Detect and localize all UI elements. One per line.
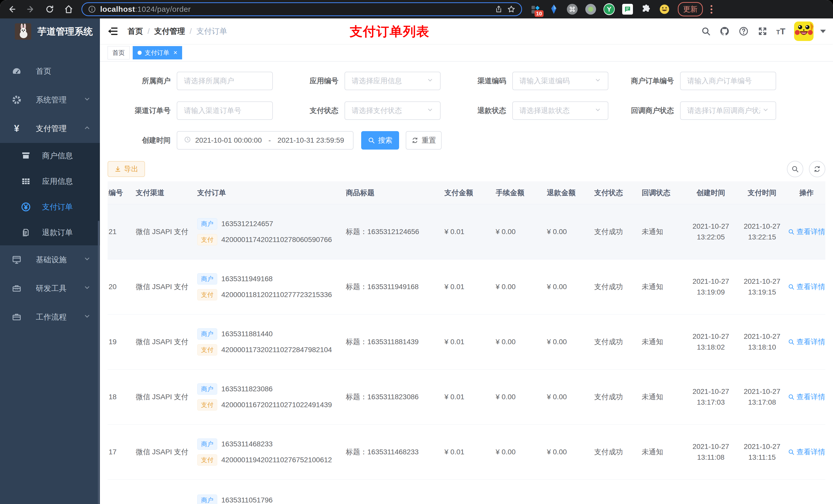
sidebar-item-dev-tools[interactable]: 研发工具 (0, 274, 100, 303)
command-extension-icon[interactable] (567, 4, 578, 15)
browser-menu-icon[interactable] (711, 5, 712, 14)
refresh-table-icon[interactable] (809, 161, 825, 177)
pay-amount: ¥ 0.01 (439, 283, 491, 291)
sidebar-item-home[interactable]: 首页 (0, 57, 100, 86)
filter-label: 商户订单编号 (609, 76, 680, 86)
emoji-profile-icon[interactable] (659, 4, 670, 15)
view-detail-link[interactable]: 查看详情 (788, 392, 825, 402)
tag-home[interactable]: 首页 (108, 46, 129, 59)
notify-status-select[interactable]: 请选择订单回调商户状态 (680, 101, 776, 120)
view-detail-link[interactable]: 查看详情 (788, 282, 825, 292)
filter-label: 支付状态 (273, 106, 344, 116)
channel-order-no-input[interactable]: 请输入渠道订单号 (177, 101, 273, 120)
table-row[interactable]: 19 微信 JSAPI 支付 商户1635311881440 支付4200001… (108, 314, 825, 369)
github-icon[interactable] (719, 26, 730, 37)
sidebar-item-pay-order[interactable]: 支付订单 (0, 194, 100, 220)
pay-status-select[interactable]: 请选择支付状态 (344, 101, 441, 120)
view-detail-link[interactable]: 查看详情 (788, 337, 825, 347)
chrome-update-button[interactable]: 更新 (678, 2, 703, 16)
merchant-input[interactable]: 请选择所属商户 (177, 72, 273, 90)
export-button[interactable]: 导出 (108, 161, 145, 177)
kite-extension-icon[interactable] (548, 4, 560, 15)
view-detail-link[interactable]: 查看详情 (788, 227, 825, 237)
url-host: localhost (100, 5, 135, 13)
bookmark-star-icon[interactable] (507, 5, 516, 14)
view-detail-link[interactable]: 查看详情 (788, 447, 825, 457)
sidebar-item-label: 系统管理 (36, 95, 84, 105)
extension-grid-icon[interactable]: 10 (530, 4, 541, 15)
col-header: 退款金额 (542, 188, 589, 198)
merchant-order-no-input[interactable]: 请输入商户订单编号 (680, 72, 776, 90)
briefcase-icon (11, 312, 23, 322)
col-header: 商品标题 (341, 188, 439, 198)
sidebar-scrollbar[interactable] (98, 221, 99, 504)
page-content: 所属商户 请选择所属商户 应用编号 请选择应用信息 渠道编码 请输入渠道编码 商… (100, 62, 833, 504)
sidebar-item-system[interactable]: 系统管理 (0, 86, 100, 114)
reset-button[interactable]: 重置 (406, 131, 442, 149)
site-info-icon[interactable] (88, 5, 96, 13)
text-size-icon[interactable]: TT (777, 26, 785, 37)
chevron-down-icon (595, 77, 601, 85)
table-row[interactable]: 17 微信 JSAPI 支付 商户1635311468233 支付4200001… (108, 425, 825, 480)
sidebar-item-infrastructure[interactable]: 基础设施 (0, 245, 100, 274)
puzzle-extensions-icon[interactable] (640, 4, 652, 15)
order-id: 21 (108, 228, 130, 236)
refund-amount: ¥ 0.00 (542, 338, 589, 346)
notify-status: 未通知 (637, 227, 685, 237)
table-row-partial[interactable]: 商户1635311051796 (108, 480, 825, 504)
product-title: 标题：1635311823086 (341, 392, 439, 402)
create-time-range-picker[interactable]: 2021-10-01 00:00:00 - 2021-10-31 23:59:5… (177, 131, 354, 149)
show-search-toggle-icon[interactable] (787, 161, 803, 177)
table-row[interactable]: 18 微信 JSAPI 支付 商户1635311823086 支付4200001… (108, 369, 825, 425)
col-header: 手续金额 (491, 188, 542, 198)
dot-extension-icon[interactable] (585, 4, 596, 15)
channel-code-select[interactable]: 请输入渠道编码 (512, 72, 609, 90)
search-button[interactable]: 搜索 (361, 131, 399, 149)
header-search-icon[interactable] (701, 26, 711, 36)
sidebar-item-label: 商户信息 (42, 150, 73, 161)
tag-close-icon[interactable]: × (173, 49, 177, 56)
sidebar-item-refund-order[interactable]: 退款订单 (0, 220, 100, 245)
table-row[interactable]: 21 微信 JSAPI 支付 商户1635312124657 支付4200001… (108, 205, 825, 259)
table-row[interactable]: 20 微信 JSAPI 支付 商户1635311949168 支付4200001… (108, 259, 825, 314)
sidebar-item-workflow[interactable]: 工作流程 (0, 303, 100, 331)
tag-pay-order[interactable]: 支付订单 × (133, 46, 182, 59)
app-select[interactable]: 请选择应用信息 (344, 72, 441, 90)
paid-time: 2021-10-2713:17:08 (736, 386, 788, 408)
pay-channel: 微信 JSAPI 支付 (130, 447, 192, 457)
notify-status: 未通知 (637, 392, 685, 402)
share-icon[interactable] (495, 5, 503, 13)
refund-status-select[interactable]: 请选择退款状态 (512, 101, 609, 120)
breadcrumb-home[interactable]: 首页 (127, 26, 143, 37)
col-header: 支付订单 (192, 188, 341, 198)
reload-icon[interactable] (45, 4, 55, 14)
fee-amount: ¥ 0.00 (491, 338, 542, 346)
user-avatar[interactable] (794, 22, 813, 41)
sidebar-item-payment[interactable]: ¥ 支付管理 (0, 114, 100, 143)
pay-channel: 微信 JSAPI 支付 (130, 282, 192, 292)
y-extension-icon[interactable]: Y (603, 4, 615, 15)
filter-label: 渠道订单号 (108, 106, 177, 116)
sidebar-item-label: 研发工具 (36, 283, 84, 294)
fullscreen-icon[interactable] (757, 26, 768, 37)
forward-icon[interactable] (26, 4, 36, 14)
sidebar-item-merchant-info[interactable]: 商户信息 (0, 143, 100, 169)
order-id: 18 (108, 393, 130, 401)
back-icon[interactable] (7, 4, 17, 14)
pay-status: 支付成功 (589, 337, 637, 347)
rabbit-logo (15, 23, 31, 40)
dashboard-icon (11, 66, 23, 76)
chat-extension-icon[interactable] (622, 4, 633, 15)
home-icon[interactable] (64, 4, 74, 14)
url-bar[interactable]: localhost:1024/pay/order (81, 2, 522, 16)
breadcrumb-pay[interactable]: 支付管理 (154, 26, 185, 37)
merchant-tag: 商户 (197, 438, 217, 450)
order-id: 17 (108, 448, 130, 456)
fee-amount: ¥ 0.00 (491, 393, 542, 401)
avatar-caret-icon[interactable] (820, 30, 826, 33)
sidebar-fold-icon[interactable] (107, 25, 119, 37)
pay-tag: 支付 (197, 454, 217, 465)
sidebar-item-app-info[interactable]: 应用信息 (0, 169, 100, 194)
help-icon[interactable] (738, 26, 749, 37)
app-logo-row[interactable]: 芋道管理系统 (0, 19, 100, 45)
